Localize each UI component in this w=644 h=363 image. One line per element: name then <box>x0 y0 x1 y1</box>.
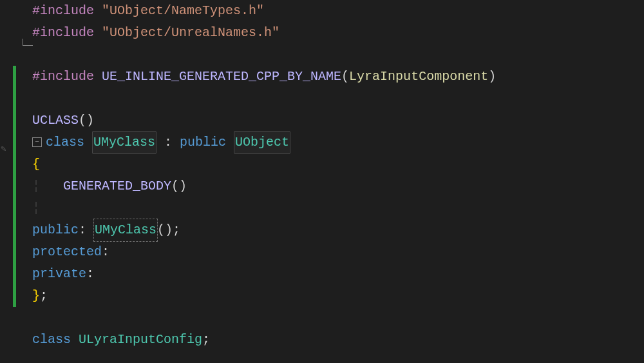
token: "UObject/UnrealNames.h" <box>102 22 279 44</box>
change-bar <box>13 66 16 307</box>
token: public <box>32 219 79 241</box>
code-line[interactable]: private: <box>32 263 496 285</box>
code-line[interactable]: }; <box>32 285 496 307</box>
token: UCLASS <box>32 110 79 132</box>
token: UMyClass <box>94 219 157 241</box>
code-line[interactable]: ¦ <box>32 197 496 219</box>
token: ; <box>40 285 48 307</box>
code-line[interactable] <box>32 44 496 66</box>
token: GENERATED_BODY <box>63 175 171 197</box>
token: public <box>180 132 234 153</box>
token: UObject <box>234 131 290 154</box>
code-editor[interactable]: ✎ #include "UObject/NameTypes.h"#include… <box>0 0 644 363</box>
token: class <box>46 132 92 153</box>
token: class <box>32 329 79 351</box>
code-line[interactable]: protected: <box>32 241 496 263</box>
fold-minus-icon[interactable]: − <box>32 137 42 147</box>
code-line[interactable]: −class UMyClass : public UObject <box>32 132 496 153</box>
token: #include <box>32 0 102 22</box>
token: } <box>32 285 40 307</box>
code-line[interactable]: { <box>32 153 496 175</box>
token: #include <box>32 22 102 44</box>
token: ( <box>341 66 349 88</box>
token: protected <box>32 241 102 263</box>
margin-glyph: ✎ <box>1 138 6 160</box>
token: ) <box>488 66 496 88</box>
code-line[interactable] <box>32 88 496 110</box>
code-line[interactable] <box>32 307 496 329</box>
code-area[interactable]: #include "UObject/NameTypes.h"#include "… <box>32 0 496 351</box>
token: () <box>79 110 94 132</box>
code-line[interactable]: #include "UObject/NameTypes.h" <box>32 0 496 22</box>
token: (); <box>157 219 180 241</box>
token: : <box>156 132 180 153</box>
token: LyraInputComponent <box>349 66 488 88</box>
token: ; <box>202 329 210 351</box>
token: : <box>86 263 94 285</box>
token: private <box>32 263 86 285</box>
include-guide-line <box>23 39 33 46</box>
token: : <box>102 241 109 263</box>
token: "UObject/NameTypes.h" <box>102 0 264 22</box>
code-line[interactable]: UCLASS() <box>32 110 496 132</box>
token: #include <box>32 66 102 88</box>
code-line[interactable]: class ULyraInputConfig; <box>32 329 496 351</box>
code-line[interactable]: #include UE_INLINE_GENERATED_CPP_BY_NAME… <box>32 66 496 88</box>
token: UMyClass <box>92 131 156 154</box>
token: : <box>79 219 94 241</box>
token: { <box>32 153 40 175</box>
token: UE_INLINE_GENERATED_CPP_BY_NAME <box>102 66 341 88</box>
token: ULyraInputConfig <box>79 329 202 351</box>
code-line[interactable]: ¦ GENERATED_BODY() <box>32 175 496 197</box>
token: () <box>171 175 187 197</box>
code-line[interactable]: #include "UObject/UnrealNames.h" <box>32 22 496 44</box>
code-line[interactable]: public: UMyClass(); <box>32 219 496 241</box>
